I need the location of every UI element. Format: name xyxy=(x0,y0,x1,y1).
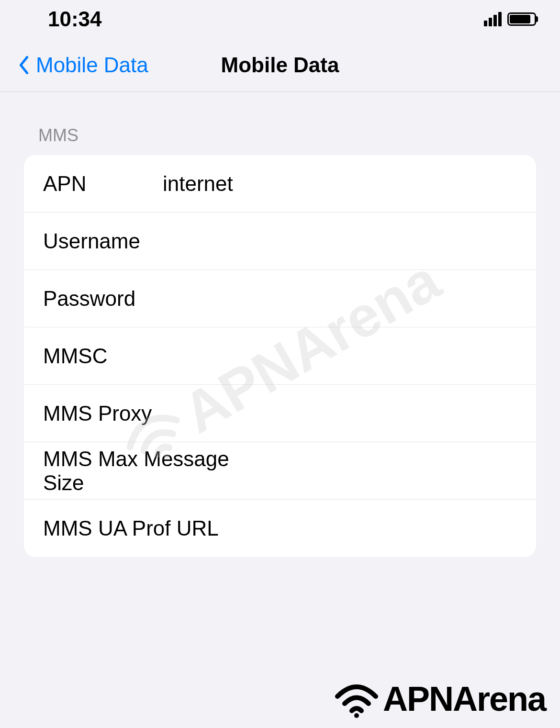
signal-icon xyxy=(484,12,502,26)
mms-proxy-row[interactable]: MMS Proxy xyxy=(24,385,536,442)
mmsc-input[interactable] xyxy=(158,344,517,368)
password-input[interactable] xyxy=(158,287,517,311)
settings-group: APN Username Password MMSC MMS Proxy MMS… xyxy=(24,155,536,557)
mms-max-size-input[interactable] xyxy=(249,459,517,483)
chevron-left-icon xyxy=(14,53,34,77)
username-row[interactable]: Username xyxy=(24,213,536,270)
battery-icon xyxy=(507,12,536,26)
username-input[interactable] xyxy=(158,229,517,253)
status-time: 10:34 xyxy=(48,7,102,31)
svg-point-1 xyxy=(354,713,359,718)
mms-ua-prof-row[interactable]: MMS UA Prof URL xyxy=(24,500,536,557)
mmsc-label: MMSC xyxy=(43,344,158,368)
mms-proxy-label: MMS Proxy xyxy=(43,402,158,426)
apn-label: APN xyxy=(43,172,158,196)
section-header: MMS xyxy=(24,125,536,155)
apn-row[interactable]: APN xyxy=(24,155,536,213)
nav-bar: Mobile Data Mobile Data xyxy=(0,38,560,92)
mms-ua-prof-input[interactable] xyxy=(219,516,517,540)
status-bar: 10:34 xyxy=(0,0,560,38)
password-row[interactable]: Password xyxy=(24,270,536,327)
footer-logo: APNArena xyxy=(333,679,546,718)
password-label: Password xyxy=(43,287,158,311)
wifi-icon xyxy=(333,680,381,718)
mms-max-size-label: MMS Max Message Size xyxy=(43,447,249,495)
mms-max-size-row[interactable]: MMS Max Message Size xyxy=(24,442,536,500)
back-label: Mobile Data xyxy=(36,53,148,77)
mms-proxy-input[interactable] xyxy=(158,402,517,426)
status-right xyxy=(484,12,536,26)
page-title: Mobile Data xyxy=(221,53,339,77)
mmsc-row[interactable]: MMSC xyxy=(24,327,536,385)
username-label: Username xyxy=(43,229,158,253)
apn-input[interactable] xyxy=(158,172,517,196)
footer-text: APNArena xyxy=(383,679,546,718)
mms-ua-prof-label: MMS UA Prof URL xyxy=(43,516,219,540)
content: MMS APN Username Password MMSC MMS Proxy… xyxy=(0,92,560,557)
back-button[interactable]: Mobile Data xyxy=(14,53,148,77)
